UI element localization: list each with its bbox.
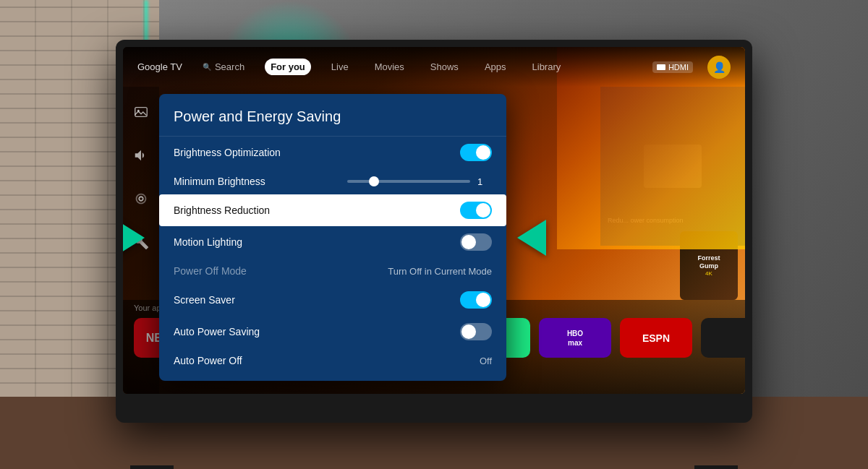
top-navigation-bar: Google TV 🔍 Search For you Live Movies S…: [123, 47, 745, 87]
auto-power-off-row[interactable]: Auto Power Off Off: [159, 348, 506, 374]
profile-icon[interactable]: 👤: [707, 56, 731, 79]
auto-power-off-value: Off: [480, 356, 492, 366]
nav-item-shows[interactable]: Shows: [425, 59, 464, 75]
brightness-optimization-row[interactable]: Brightness Optimization: [159, 137, 506, 168]
minimum-brightness-row[interactable]: Minimum Brightness 1: [159, 168, 506, 194]
nav-movies-label: Movies: [375, 61, 404, 72]
screen-saver-row[interactable]: Screen Saver: [159, 284, 506, 316]
nav-item-live[interactable]: Live: [326, 59, 354, 75]
motion-lighting-label: Motion Lighting: [174, 236, 460, 248]
sidebar-cast-icon[interactable]: [130, 188, 152, 210]
hdmi-icon: [657, 64, 665, 70]
auto-power-off-label: Auto Power Off: [174, 355, 480, 366]
fg-4k-badge: 4K: [705, 270, 712, 277]
brightness-reduction-label: Brightness Reduction: [174, 205, 460, 216]
nav-apps-label: Apps: [485, 61, 506, 72]
brightness-reduction-row[interactable]: Brightness Reduction: [159, 194, 506, 226]
sidebar-image-icon[interactable]: [130, 101, 152, 123]
screen-saver-label: Screen Saver: [174, 294, 460, 306]
auto-power-saving-toggle[interactable]: [460, 323, 492, 340]
nav-library-label: Library: [532, 61, 561, 72]
dialog-title: Power and Energy Saving: [159, 108, 506, 137]
arrow-left: [123, 220, 145, 256]
motion-lighting-row[interactable]: Motion Lighting: [159, 226, 506, 258]
arrow-right: [517, 220, 546, 256]
svg-rect-0: [135, 108, 148, 117]
power-off-mode-row[interactable]: Power Off Mode Turn Off in Current Mode: [159, 258, 506, 284]
brightness-optimization-label: Brightness Optimization: [174, 147, 460, 158]
nav-item-for-you[interactable]: For you: [265, 59, 311, 75]
nav-item-apps[interactable]: Apps: [479, 59, 512, 75]
brightness-optimization-toggle[interactable]: [460, 144, 492, 161]
screen-saver-toggle[interactable]: [460, 291, 492, 309]
auto-power-saving-label: Auto Power Saving: [174, 326, 460, 337]
screen-content: Google TV 🔍 Search For you Live Movies S…: [123, 47, 745, 394]
nav-shows-label: Shows: [430, 61, 459, 72]
minimum-brightness-label: Minimum Brightness: [174, 176, 347, 187]
nav-for-you-label: For you: [271, 61, 305, 72]
auto-power-saving-row[interactable]: Auto Power Saving: [159, 316, 506, 348]
app-hbomax[interactable]: HBOmax: [539, 318, 611, 358]
hdmi-label: HDMI: [668, 63, 689, 72]
nav-search-label: Search: [215, 61, 244, 72]
tv-frame: Google TV 🔍 Search For you Live Movies S…: [116, 40, 752, 423]
minimum-brightness-thumb[interactable]: [369, 176, 379, 186]
tv-leg-right: [694, 465, 738, 469]
motion-lighting-toggle[interactable]: [460, 233, 492, 251]
minimum-brightness-track[interactable]: [347, 180, 470, 183]
sidebar-volume-icon[interactable]: [130, 145, 152, 166]
power-energy-dialog: Power and Energy Saving Brightness Optim…: [159, 94, 506, 381]
app-espn[interactable]: ESPN: [620, 318, 692, 358]
nav-item-library[interactable]: Library: [527, 59, 567, 75]
google-tv-logo: Google TV: [137, 61, 182, 72]
nav-live-label: Live: [331, 61, 349, 72]
tv-leg-left: [130, 465, 174, 469]
power-off-mode-value: Turn Off in Current Mode: [388, 266, 492, 277]
nav-item-search[interactable]: 🔍 Search: [197, 59, 250, 75]
minimum-brightness-slider-container: 1: [347, 176, 492, 187]
app-apple[interactable]: [701, 318, 745, 358]
power-off-mode-label: Power Off Mode: [174, 265, 388, 277]
fg-title: ForrestGump: [697, 254, 720, 270]
tv-screen: Google TV 🔍 Search For you Live Movies S…: [123, 47, 745, 394]
minimum-brightness-value: 1: [477, 176, 492, 187]
nav-item-movies[interactable]: Movies: [369, 59, 410, 75]
brightness-reduction-toggle[interactable]: [460, 202, 492, 219]
hdmi-badge: HDMI: [652, 61, 693, 73]
